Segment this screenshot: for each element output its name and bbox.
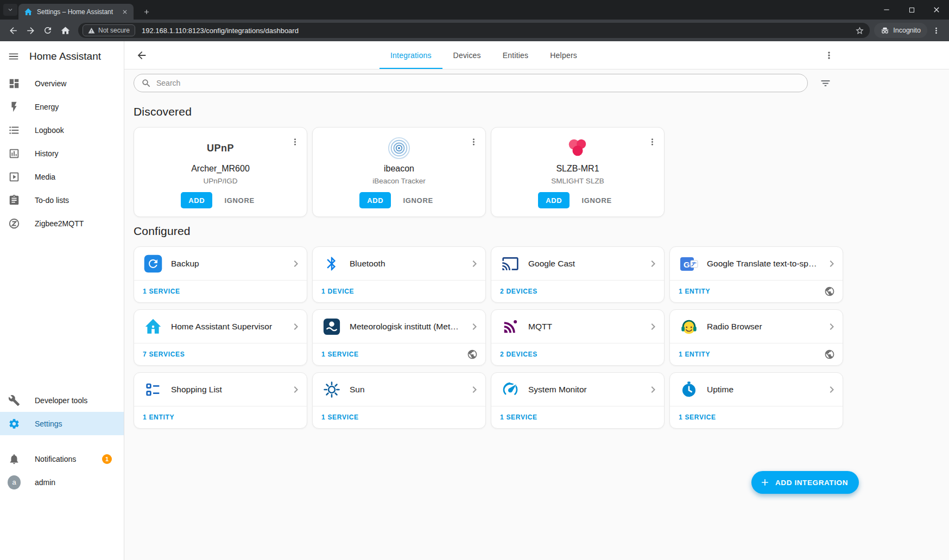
tab-search-button[interactable] bbox=[3, 4, 17, 16]
new-tab-button[interactable] bbox=[139, 4, 154, 19]
ignore-button[interactable]: IGNORE bbox=[219, 192, 260, 208]
integration-card-shopping-list[interactable]: Shopping List 1 ENTITY bbox=[134, 372, 307, 429]
integration-card-google-cast[interactable]: Google Cast 2 DEVICES bbox=[491, 246, 665, 303]
integration-card-radio-browser[interactable]: Radio Browser 1 ENTITY bbox=[669, 309, 843, 366]
ignore-button[interactable]: IGNORE bbox=[397, 192, 438, 208]
tab-helpers[interactable]: Helpers bbox=[539, 41, 588, 69]
url-text[interactable]: 192.168.1.110:8123/config/integrations/d… bbox=[142, 27, 852, 35]
tab-integrations[interactable]: Integrations bbox=[379, 41, 442, 69]
sidebar-nav: Overview Energy Logbook History Media bbox=[0, 72, 124, 235]
integrations-content: Discovered UPnP Archer_MR600 UPnP/IGD AD… bbox=[124, 97, 843, 440]
entity-count-link[interactable]: 2 DEVICES bbox=[500, 351, 537, 358]
home-assistant-app: Home Assistant Overview Energy Logbook bbox=[0, 41, 949, 560]
integration-card-supervisor[interactable]: Home Assistant Supervisor 7 SERVICES bbox=[134, 309, 307, 366]
sidebar-item-overview[interactable]: Overview bbox=[0, 72, 124, 95]
tab-close-icon[interactable] bbox=[120, 7, 129, 16]
sidebar-toggle-button[interactable] bbox=[8, 50, 20, 62]
entity-count-link[interactable]: 1 SERVICE bbox=[679, 413, 716, 421]
tab-entities[interactable]: Entities bbox=[492, 41, 540, 69]
sidebar-item-media[interactable]: Media bbox=[0, 165, 124, 188]
integration-card-bluetooth[interactable]: Bluetooth 1 DEVICE bbox=[312, 246, 486, 303]
browser-window: Settings – Home Assistant bbox=[0, 0, 949, 560]
app-title: Home Assistant bbox=[29, 50, 101, 62]
entity-count-link[interactable]: 7 SERVICES bbox=[143, 351, 185, 358]
add-button[interactable]: ADD bbox=[181, 192, 212, 208]
address-bar[interactable]: Not secure 192.168.1.110:8123/config/int… bbox=[78, 23, 870, 38]
security-label: Not secure bbox=[98, 27, 130, 34]
system-monitor-icon bbox=[500, 379, 521, 400]
chevron-right-icon[interactable] bbox=[825, 320, 838, 333]
browser-tab[interactable]: Settings – Home Assistant bbox=[18, 4, 134, 20]
reload-button[interactable] bbox=[39, 22, 56, 39]
chevron-right-icon[interactable] bbox=[289, 257, 302, 270]
sidebar-item-todo-lists[interactable]: To-do lists bbox=[0, 188, 124, 212]
dots-vertical-icon bbox=[290, 137, 300, 147]
entity-count-link[interactable]: 1 SERVICE bbox=[321, 413, 359, 421]
entity-count-link[interactable]: 1 DEVICE bbox=[321, 288, 354, 295]
integration-card-uptime[interactable]: Uptime 1 SERVICE bbox=[669, 372, 843, 429]
back-button[interactable] bbox=[136, 49, 148, 61]
sidebar-item-logbook[interactable]: Logbook bbox=[0, 118, 124, 142]
integration-card-google-translate[interactable]: G Google Translate text-to-speech 1 ENTI… bbox=[669, 246, 843, 303]
entity-count-link[interactable]: 1 SERVICE bbox=[500, 413, 537, 421]
dots-vertical-icon bbox=[469, 137, 479, 147]
sidebar-item-user[interactable]: a admin bbox=[0, 470, 124, 494]
sidebar-item-settings[interactable]: Settings bbox=[0, 412, 124, 435]
chevron-right-icon[interactable] bbox=[468, 320, 481, 333]
entity-count-link[interactable]: 1 ENTITY bbox=[679, 351, 710, 358]
chevron-right-icon[interactable] bbox=[289, 320, 302, 333]
chevron-right-icon[interactable] bbox=[647, 257, 660, 270]
home-assistant-icon bbox=[143, 316, 163, 337]
chevron-right-icon[interactable] bbox=[289, 383, 302, 396]
tab-devices[interactable]: Devices bbox=[442, 41, 492, 69]
sidebar: Home Assistant Overview Energy Logbook bbox=[0, 41, 124, 560]
window-close-button[interactable] bbox=[924, 0, 949, 20]
chevron-right-icon[interactable] bbox=[647, 320, 660, 333]
window-controls bbox=[874, 0, 949, 20]
entity-count-link[interactable]: 1 ENTITY bbox=[143, 413, 174, 421]
security-chip[interactable]: Not secure bbox=[83, 24, 135, 36]
integration-card-backup[interactable]: Backup 1 SERVICE bbox=[134, 246, 307, 303]
chevron-right-icon[interactable] bbox=[825, 383, 838, 396]
add-integration-button[interactable]: ADD INTEGRATION bbox=[751, 471, 859, 494]
sidebar-item-developer-tools[interactable]: Developer tools bbox=[0, 389, 124, 412]
chevron-right-icon[interactable] bbox=[647, 383, 660, 396]
integration-card-system-monitor[interactable]: System Monitor 1 SERVICE bbox=[491, 372, 665, 429]
chevron-right-icon[interactable] bbox=[468, 383, 481, 396]
clipboard-list-icon bbox=[8, 194, 21, 207]
chevron-down-icon bbox=[7, 6, 14, 14]
window-maximize-button[interactable] bbox=[899, 0, 924, 20]
forward-nav-button[interactable] bbox=[22, 22, 39, 39]
integration-card-met-no[interactable]: Meteorologisk institutt (Met.no) 1 SERVI… bbox=[312, 309, 486, 366]
ignore-button[interactable]: IGNORE bbox=[576, 192, 617, 208]
card-menu-button[interactable] bbox=[467, 135, 480, 148]
window-minimize-button[interactable] bbox=[874, 0, 899, 20]
search-input[interactable] bbox=[156, 79, 800, 87]
sidebar-item-zigbee2mqtt[interactable]: Zigbee2MQTT bbox=[0, 212, 124, 235]
dots-vertical-icon bbox=[932, 26, 941, 35]
back-nav-button[interactable] bbox=[4, 22, 22, 39]
card-menu-button[interactable] bbox=[288, 135, 301, 148]
overflow-menu-button[interactable] bbox=[824, 50, 834, 61]
globe-icon bbox=[467, 349, 478, 360]
bookmark-star-icon[interactable] bbox=[852, 23, 866, 37]
sidebar-item-history[interactable]: History bbox=[0, 142, 124, 165]
entity-count-link[interactable]: 1 ENTITY bbox=[679, 288, 710, 295]
sidebar-item-notifications[interactable]: Notifications 1 bbox=[0, 447, 124, 470]
chevron-right-icon[interactable] bbox=[468, 257, 481, 270]
sidebar-item-energy[interactable]: Energy bbox=[0, 95, 124, 118]
entity-count-link[interactable]: 1 SERVICE bbox=[321, 351, 359, 358]
add-button[interactable]: ADD bbox=[538, 192, 570, 208]
globe-icon bbox=[824, 286, 835, 297]
card-menu-button[interactable] bbox=[646, 135, 659, 148]
add-button[interactable]: ADD bbox=[359, 192, 391, 208]
integration-card-sun[interactable]: Sun 1 SERVICE bbox=[312, 372, 486, 429]
search-bar[interactable] bbox=[134, 74, 808, 92]
filter-button[interactable] bbox=[817, 74, 834, 92]
chevron-right-icon[interactable] bbox=[825, 257, 838, 270]
entity-count-link[interactable]: 2 DEVICES bbox=[500, 288, 537, 295]
home-nav-button[interactable] bbox=[56, 22, 74, 39]
integration-card-mqtt[interactable]: MQTT 2 DEVICES bbox=[491, 309, 665, 366]
browser-menu-button[interactable] bbox=[927, 22, 945, 39]
entity-count-link[interactable]: 1 SERVICE bbox=[143, 288, 180, 295]
